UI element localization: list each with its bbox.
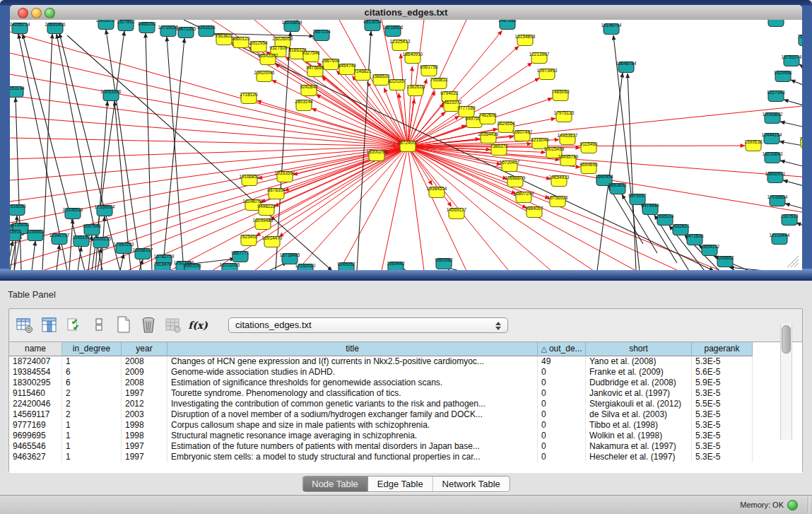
table-cell[interactable]: Genome-wide association studies in ADHD. — [167, 367, 538, 378]
graph-node[interactable]: 18640910 — [403, 52, 423, 64]
graph-node[interactable]: 12103444 — [770, 233, 790, 245]
table-cell[interactable]: 5.5E-5 — [692, 399, 753, 409]
table-cell[interactable]: 6 — [62, 367, 122, 378]
graph-node[interactable]: 1069442 — [387, 261, 405, 270]
graph-node[interactable]: 16958107 — [133, 247, 153, 259]
table-cell[interactable]: Disruption of a novel member of a sodium… — [167, 409, 538, 420]
graph-node[interactable]: 16146794 — [601, 23, 622, 35]
table-cell[interactable]: 22420046 — [9, 399, 62, 409]
table-cell[interactable]: 2012 — [122, 399, 167, 409]
graph-node[interactable]: 23420046 — [254, 70, 275, 82]
graph-node[interactable]: 2053134 — [10, 86, 25, 98]
graph-node[interactable]: 7146821 — [353, 69, 372, 81]
graph-node[interactable]: 12505135 — [91, 236, 112, 248]
table-cell[interactable]: Estimation of significance thresholds fo… — [167, 378, 538, 388]
graph-node[interactable]: 20206536 — [63, 207, 83, 219]
table-cell[interactable]: 0 — [538, 431, 586, 441]
table-cell[interactable]: 5.3E-5 — [692, 431, 753, 441]
graph-node[interactable]: 7955812 — [430, 77, 448, 89]
show-column-icon[interactable] — [41, 316, 58, 334]
table-cell[interactable]: Dudbridge et al. (2008) — [586, 378, 692, 388]
table-cell[interactable]: Nakamura et al. (1997) — [586, 441, 692, 452]
table-cell[interactable]: 2 — [62, 409, 122, 420]
table-cell[interactable]: 5.6E-5 — [692, 367, 753, 378]
graph-node[interactable]: 2487682 — [498, 20, 517, 30]
graph-node[interactable]: 7857234 — [312, 29, 331, 41]
graph-node[interactable]: 7563822 — [215, 33, 233, 45]
graph-node[interactable]: 20053346 — [101, 89, 122, 101]
memory-status-indicator[interactable] — [787, 500, 798, 510]
graph-node[interactable]: 12213967 — [529, 52, 550, 64]
table-cell[interactable]: 0 — [538, 409, 586, 420]
table-cell[interactable]: 6 — [62, 378, 122, 388]
graph-node[interactable]: 2516050 — [10, 204, 26, 216]
table-cell[interactable]: 5.3E-5 — [692, 409, 753, 420]
graph-node[interactable]: 1599538 — [744, 139, 763, 151]
graph-node[interactable]: 1167533 — [781, 214, 799, 226]
table-cell[interactable]: 2 — [62, 399, 122, 409]
graph-node[interactable]: 12162020 — [295, 263, 316, 270]
graph-node[interactable]: 19166852 — [240, 174, 260, 186]
graph-node[interactable]: 10654112 — [700, 244, 720, 256]
graph-node[interactable]: 9329966 — [774, 70, 792, 82]
table-select-dropdown[interactable]: citations_edges.txt — [228, 317, 508, 333]
table-cell[interactable]: 5.3E-5 — [692, 388, 753, 399]
graph-node[interactable]: 19384554 — [427, 186, 447, 198]
table-cell[interactable]: 18724007 — [9, 356, 62, 367]
column-header-pagerank[interactable]: pagerank — [692, 342, 753, 356]
graph-node[interactable]: 9245652 — [716, 255, 734, 267]
table-cell[interactable]: 49 — [538, 356, 586, 367]
table-cell[interactable]: Jankovic et al. (1997) — [586, 388, 692, 399]
table-cell[interactable]: Tibbo et al. (1998) — [586, 420, 692, 431]
graph-node[interactable]: 9498222 — [257, 204, 276, 216]
graph-node[interactable]: 9853892 — [608, 182, 627, 194]
graph-node[interactable]: 16648784 — [616, 61, 637, 73]
graph-node[interactable]: 1156863 — [27, 229, 45, 241]
graph-node[interactable]: 7513406 — [797, 34, 802, 46]
table-row[interactable]: 1456911722003Disruption of a novel membe… — [9, 409, 802, 420]
graph-node[interactable]: 17957253 — [114, 242, 134, 254]
table-cell[interactable]: Stergiakouli et al. (2012) — [586, 399, 692, 409]
column-header-short[interactable]: short — [586, 342, 692, 356]
column-header-name[interactable]: name — [9, 342, 62, 356]
canvas-resize-grip[interactable] — [787, 256, 799, 267]
graph-node[interactable]: 15751074 — [782, 54, 802, 66]
table-cell[interactable]: 0 — [538, 399, 586, 409]
table-row[interactable]: 946554611997Estimation of the future num… — [9, 441, 802, 452]
graph-node[interactable]: 8466160 — [138, 21, 156, 33]
tab-network-table[interactable]: Network Table — [433, 477, 510, 491]
graph-node[interactable]: 9560982 — [435, 257, 453, 269]
table-cell[interactable]: 9465546 — [9, 441, 62, 452]
table-browser-icon[interactable] — [16, 316, 33, 334]
table-row[interactable]: 977716911998Corpus callosum shape and si… — [9, 420, 802, 431]
graph-node[interactable]: 18300295 — [367, 149, 387, 161]
graph-node[interactable]: 9699695 — [579, 162, 598, 174]
table-scrollbar[interactable] — [780, 324, 792, 440]
table-cell[interactable]: 2009 — [122, 367, 167, 378]
graph-node[interactable]: 24055724 — [10, 22, 30, 34]
table-cell[interactable]: 5.3E-5 — [692, 356, 753, 367]
graph-node[interactable]: 12325413 — [390, 39, 411, 51]
table-cell[interactable]: 1 — [62, 431, 122, 441]
table-cell[interactable]: Franke et al. (2009) — [586, 367, 692, 378]
graph-node[interactable]: 3915911 — [10, 229, 22, 241]
graph-node[interactable]: 19756928 — [548, 195, 568, 207]
graph-node[interactable]: 7516432 — [799, 136, 802, 148]
table-cell[interactable]: 5.3E-5 — [692, 452, 753, 462]
graph-node[interactable]: 17359924 — [95, 204, 115, 216]
table-row[interactable]: 1938455462009Genome-wide association stu… — [9, 367, 802, 378]
graph-node[interactable]: 9245052 — [337, 262, 355, 270]
graph-node[interactable]: 9242848 — [300, 84, 318, 96]
graph-node[interactable]: 9160301 — [767, 20, 785, 27]
table-cell[interactable]: 1 — [62, 452, 122, 462]
graph-node[interactable]: 14569117 — [447, 207, 467, 219]
graph-node[interactable]: 17975125 — [554, 110, 575, 122]
table-cell[interactable]: Investigating the contribution of common… — [167, 399, 538, 409]
graph-node[interactable]: 10653257 — [96, 20, 117, 30]
graph-node[interactable]: 10807487 — [512, 129, 533, 141]
graph-node[interactable]: 8860123 — [232, 36, 250, 48]
graph-node[interactable]: 15720407 — [500, 160, 520, 172]
graph-node[interactable]: 16154808 — [515, 34, 536, 46]
graph-node[interactable]: 7462606 — [478, 112, 497, 124]
graph-node[interactable]: 16099489 — [253, 218, 273, 230]
